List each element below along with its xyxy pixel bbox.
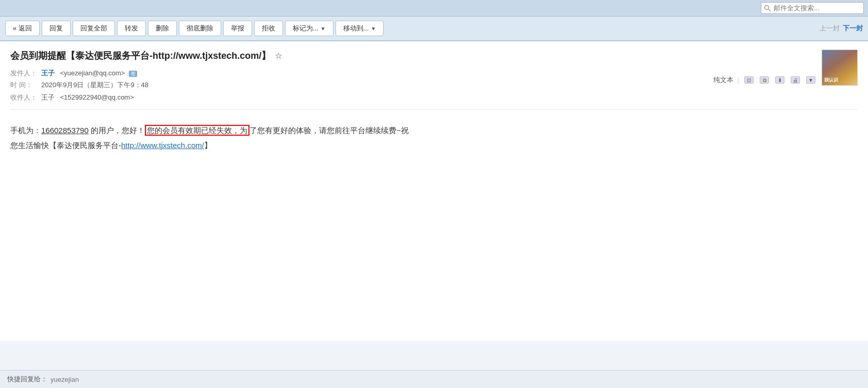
contact-card-icon[interactable]: 图 bbox=[129, 71, 137, 77]
email-meta: 发件人： 王子 <yuezejian@qq.com> 图 时 间： 2020年9… bbox=[10, 67, 858, 103]
time-value: 2020年9月9日（星期三）下午9：48 bbox=[41, 79, 148, 91]
body-paragraph-1: 手机为：16602853790 的用户，您好！您的会员有效期已经失效，为了您有更… bbox=[10, 123, 858, 138]
star-icon[interactable]: ☆ bbox=[275, 51, 282, 61]
email-body: 手机为：16602853790 的用户，您好！您的会员有效期已经失效，为了您有更… bbox=[10, 118, 858, 158]
top-bar bbox=[0, 0, 868, 17]
prev-button: 上一封 bbox=[820, 24, 840, 33]
email-container: 会员到期提醒【泰达便民服务平台-http://www.tjxstech.com/… bbox=[0, 41, 868, 341]
next-button[interactable]: 下一封 bbox=[843, 24, 863, 33]
toolbar: « 返回 回复 回复全部 转发 删除 彻底删除 举报 拒收 标记为... ▼ 移… bbox=[0, 17, 868, 41]
email-actions: 纯文本 | ⊡ ⧉ ⬇ 🖨 ▼ bbox=[713, 75, 816, 85]
nav-buttons: 上一封 下一封 bbox=[820, 24, 863, 33]
platform-link[interactable]: http://www.tjxstech.com/ bbox=[121, 141, 204, 150]
plain-text-link[interactable]: 纯文本 bbox=[713, 75, 733, 85]
more-actions-icon[interactable]: ▼ bbox=[806, 76, 815, 84]
reject-button[interactable]: 拒收 bbox=[254, 21, 283, 36]
body-part2: 了您有更好的体验，请您前往平台继续续费~祝 bbox=[249, 126, 409, 135]
to-row: 收件人： 王子 <1529922940@qq.com> bbox=[10, 91, 858, 103]
download-icon[interactable]: ⬇ bbox=[775, 76, 784, 84]
print-icon[interactable]: 🖨 bbox=[791, 76, 800, 84]
forward-button[interactable]: 转发 bbox=[117, 21, 146, 36]
body-part1: 的用户，您好！ bbox=[89, 126, 145, 135]
email-header: 会员到期提醒【泰达便民服务平台-http://www.tjxstech.com/… bbox=[10, 50, 858, 110]
body-paragraph-2: 您生活愉快【泰达便民服务平台-http://www.tjxstech.com/】 bbox=[10, 138, 858, 153]
move-button[interactable]: 移动到... ▼ bbox=[336, 21, 384, 36]
reply-button[interactable]: 回复 bbox=[42, 21, 71, 36]
body-prefix: 手机为： bbox=[10, 126, 41, 135]
mark-button[interactable]: 标记为... ▼ bbox=[285, 21, 333, 36]
recipient-name: 王子 bbox=[41, 93, 55, 101]
highlighted-text: 您的会员有效期已经失效，为 bbox=[145, 125, 249, 136]
recipient-email: <1529922940@qq.com> bbox=[60, 93, 133, 101]
back-button[interactable]: « 返回 bbox=[5, 21, 40, 36]
phone-number: 16602853790 bbox=[41, 126, 89, 135]
mark-dropdown-arrow: ▼ bbox=[321, 26, 326, 31]
move-dropdown-arrow: ▼ bbox=[371, 26, 376, 31]
reply-all-button[interactable]: 回复全部 bbox=[73, 21, 115, 36]
body-end: 】 bbox=[204, 141, 212, 150]
search-input[interactable] bbox=[761, 2, 864, 14]
delete-perm-button[interactable]: 彻底删除 bbox=[179, 21, 221, 36]
delete-button[interactable]: 删除 bbox=[148, 21, 177, 36]
sender-name[interactable]: 王子 bbox=[41, 69, 55, 77]
report-button[interactable]: 举报 bbox=[223, 21, 252, 36]
avatar: 我认识 bbox=[822, 50, 858, 86]
email-subject: 会员到期提醒【泰达便民服务平台-http://www.tjxstech.com/… bbox=[10, 50, 858, 62]
copy-icon[interactable]: ⧉ bbox=[760, 76, 769, 84]
body-part3: 您生活愉快【泰达便民服务平台- bbox=[10, 141, 121, 150]
sender-email: <yuezejian@qq.com> bbox=[60, 69, 125, 77]
new-window-icon[interactable]: ⊡ bbox=[744, 76, 754, 84]
